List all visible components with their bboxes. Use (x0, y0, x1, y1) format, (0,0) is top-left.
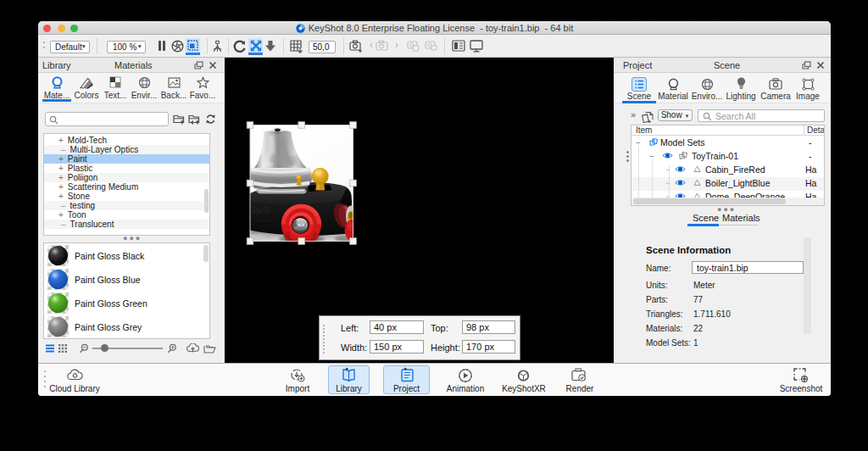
svg-text:Bell: Bell (253, 204, 270, 216)
